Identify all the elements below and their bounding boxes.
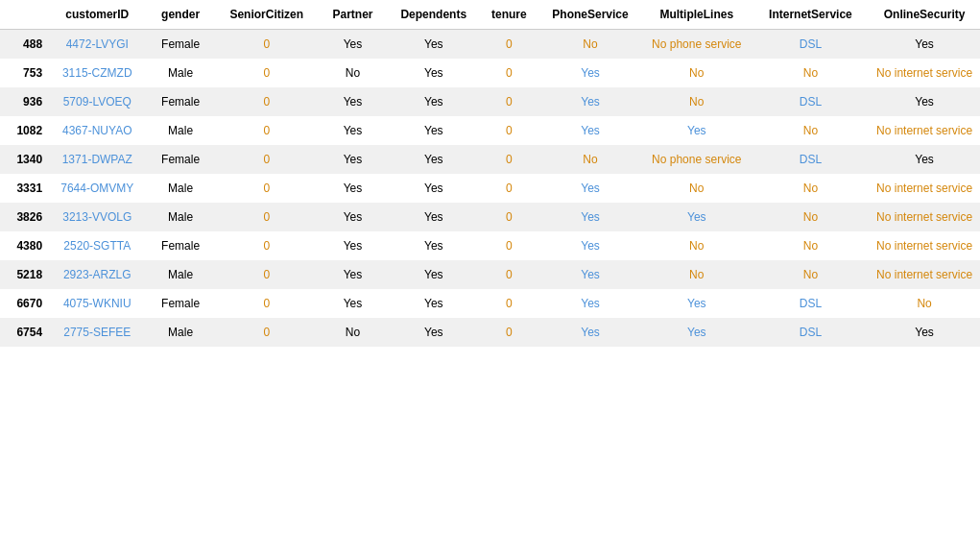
senior-citizen: 0 (217, 260, 317, 289)
table-cell: No (317, 318, 389, 347)
header-index (0, 0, 50, 30)
table-cell: Yes (389, 231, 478, 260)
table-cell: No internet service (869, 116, 980, 145)
table-cell: Yes (317, 174, 389, 203)
customer-id: 7644-OMVMY (50, 174, 144, 203)
header-senior: SeniorCitizen (217, 0, 317, 30)
table-cell: Yes (869, 30, 980, 60)
row-index: 6754 (0, 318, 50, 347)
row-index: 4380 (0, 231, 50, 260)
table-cell: No phone service (641, 30, 753, 60)
customer-id: 4367-NUYAO (50, 116, 144, 145)
table-cell: Yes (389, 30, 478, 60)
table-cell: Yes (389, 116, 478, 145)
table-cell: No (317, 59, 389, 87)
table-cell: No (753, 59, 870, 87)
table-cell: Yes (539, 231, 641, 260)
row-index: 488 (0, 30, 50, 60)
customer-id: 2520-SGTTA (50, 231, 144, 260)
table-cell: Male (144, 203, 216, 231)
table-cell: No (753, 116, 870, 145)
table-cell: Yes (317, 30, 389, 60)
table-cell: Yes (317, 231, 389, 260)
table-row: 7533115-CZMZDMale0NoYes0YesNoNoNo intern… (0, 59, 980, 87)
table-row: 38263213-VVOLGMale0YesYes0YesYesNoNo int… (0, 203, 980, 231)
table-cell: DSL (753, 87, 870, 116)
table-row: 67542775-SEFEEMale0NoYes0YesYesDSLYes (0, 318, 980, 347)
table-cell: No (641, 59, 753, 87)
table-cell: No (869, 289, 980, 318)
table-cell: Yes (641, 318, 753, 347)
table-cell: Yes (389, 174, 478, 203)
table-cell: Male (144, 59, 216, 87)
customer-id: 3115-CZMZD (50, 59, 144, 87)
senior-citizen: 0 (217, 174, 317, 203)
table-cell: No (753, 231, 870, 260)
tenure: 0 (478, 231, 539, 260)
table-cell: Yes (539, 87, 641, 116)
table-cell: Yes (389, 289, 478, 318)
table-cell: No phone service (641, 145, 753, 174)
table-cell: Male (144, 318, 216, 347)
header-phone: PhoneService (539, 0, 641, 30)
table-cell: DSL (753, 318, 870, 347)
table-row: 43802520-SGTTAFemale0YesYes0YesNoNoNo in… (0, 231, 980, 260)
table-row: 9365709-LVOEQFemale0YesYes0YesNoDSLYes (0, 87, 980, 116)
table-cell: No (539, 30, 641, 60)
table-cell: Female (144, 145, 216, 174)
table-cell: Yes (869, 318, 980, 347)
table-cell: No (753, 260, 870, 289)
tenure: 0 (478, 30, 539, 60)
table-cell: Yes (389, 203, 478, 231)
table-cell: Yes (539, 59, 641, 87)
table-cell: No (753, 174, 870, 203)
customer-id: 4075-WKNIU (50, 289, 144, 318)
table-row: 66704075-WKNIUFemale0YesYes0YesYesDSLNo (0, 289, 980, 318)
tenure: 0 (478, 174, 539, 203)
table-cell: Yes (539, 203, 641, 231)
tenure: 0 (478, 318, 539, 347)
table-cell: Yes (539, 260, 641, 289)
customer-id: 3213-VVOLG (50, 203, 144, 231)
table-cell: Yes (389, 260, 478, 289)
senior-citizen: 0 (217, 59, 317, 87)
tenure: 0 (478, 116, 539, 145)
table-cell: Yes (389, 318, 478, 347)
table-row: 4884472-LVYGIFemale0YesYes0NoNo phone se… (0, 30, 980, 60)
header-partner: Partner (317, 0, 389, 30)
table-cell: Female (144, 30, 216, 60)
table-cell: Female (144, 231, 216, 260)
table-cell: Yes (317, 260, 389, 289)
tenure: 0 (478, 145, 539, 174)
table-cell: No (641, 174, 753, 203)
senior-citizen: 0 (217, 318, 317, 347)
table-cell: No internet service (869, 203, 980, 231)
senior-citizen: 0 (217, 203, 317, 231)
senior-citizen: 0 (217, 30, 317, 60)
table-row: 33317644-OMVMYMale0YesYes0YesNoNoNo inte… (0, 174, 980, 203)
table-cell: Male (144, 174, 216, 203)
table-cell: Female (144, 289, 216, 318)
header-customerid: customerID (50, 0, 144, 30)
row-index: 753 (0, 59, 50, 87)
header-tenure: tenure (478, 0, 539, 30)
senior-citizen: 0 (217, 87, 317, 116)
table-row: 10824367-NUYAOMale0YesYes0YesYesNoNo int… (0, 116, 980, 145)
header-multiple: MultipleLines (641, 0, 753, 30)
table-cell: No internet service (869, 231, 980, 260)
table-cell: Yes (317, 203, 389, 231)
header-internet: InternetService (753, 0, 870, 30)
table-cell: No (641, 87, 753, 116)
table-cell: No internet service (869, 174, 980, 203)
table-row: 13401371-DWPAZFemale0YesYes0NoNo phone s… (0, 145, 980, 174)
row-index: 5218 (0, 260, 50, 289)
table-cell: Yes (317, 116, 389, 145)
table-cell: DSL (753, 289, 870, 318)
table-cell: Male (144, 260, 216, 289)
table-cell: Yes (317, 289, 389, 318)
row-index: 3826 (0, 203, 50, 231)
row-index: 6670 (0, 289, 50, 318)
table-cell: Yes (641, 203, 753, 231)
table-cell: No internet service (869, 59, 980, 87)
tenure: 0 (478, 203, 539, 231)
